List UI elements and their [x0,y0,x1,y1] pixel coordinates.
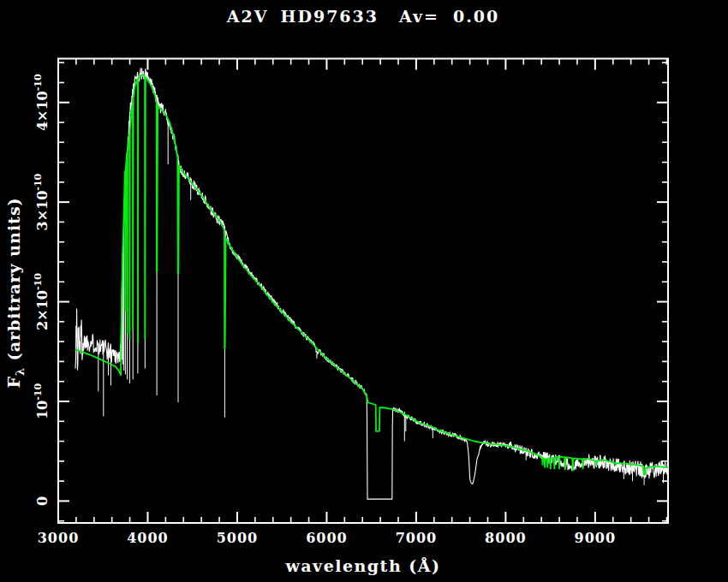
tick-marks [58,59,668,524]
y-axis-title: Fλ (arbitrary units) [4,197,27,388]
x-tick-label: 5000 [217,530,259,546]
x-tick-label: 6000 [306,530,348,546]
spectrum-plot-canvas: 3000400050006000700080009000010-102×10-1… [0,0,728,582]
x-tick-label: 3000 [38,530,80,546]
y-tick-label: 10-10 [33,383,51,419]
y-tick-label: 4×10-10 [33,74,51,131]
x-tick-label: 7000 [396,530,438,546]
observed-spectrum-line [75,68,668,500]
model-spectrum-line [75,74,668,475]
spectrum-viewer-window: A2VHD97633Av=0.00 3000400050006000700080… [0,0,728,582]
y-tick-label: 3×10-10 [33,173,51,230]
observed-absorption-lines [98,74,664,485]
x-tick-label: 4000 [127,530,169,546]
axes-frame [58,59,668,524]
x-axis-title: wavelength (Å) [58,556,668,575]
tick-labels: 3000400050006000700080009000010-102×10-1… [33,74,616,546]
x-tick-label: 9000 [575,530,617,546]
y-tick-label: 0 [34,496,51,506]
x-tick-label: 8000 [485,530,527,546]
y-tick-label: 2×10-10 [33,273,51,330]
